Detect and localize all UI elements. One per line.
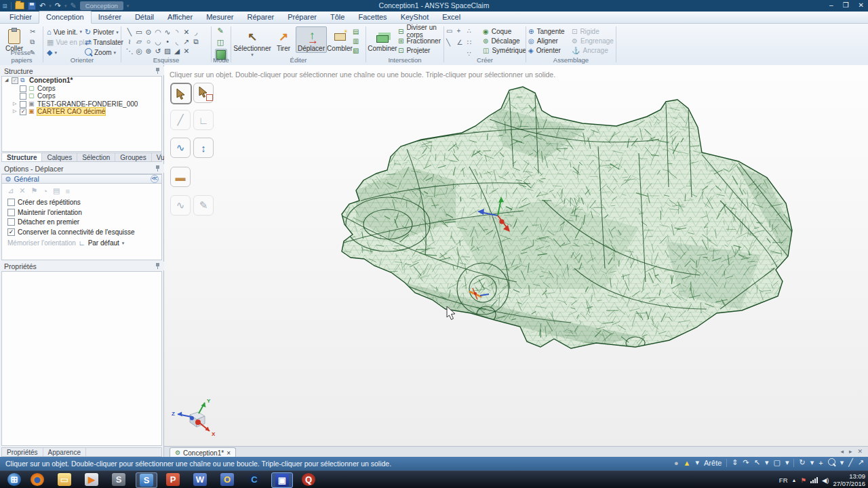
document-tab[interactable]: ⚙ Conception1* × <box>170 447 236 458</box>
panel-tab-sélection[interactable]: Sélection <box>77 153 115 161</box>
project-button[interactable]: ⊡Projeter <box>398 45 443 55</box>
home-view-button[interactable]: ⌂Vue init.▾ <box>47 28 82 36</box>
option-checkbox-row[interactable]: Créer des répétitions <box>7 199 81 206</box>
default-orientation-button[interactable]: Par défaut <box>88 239 119 247</box>
point-pattern-icon[interactable]: ∴ <box>467 27 471 35</box>
action-center-flag-icon[interactable]: ⚑ <box>800 476 806 484</box>
split-body-button[interactable]: ⊟Diviser un corps <box>398 26 443 36</box>
align-button[interactable]: ◎Aligner <box>528 36 565 45</box>
pan-icon[interactable]: + <box>818 459 823 467</box>
visibility-checkbox[interactable] <box>20 93 26 100</box>
construction-line-icon[interactable]: ⋱ <box>125 46 134 56</box>
point-move-tool[interactable]: ↕ <box>193 138 214 158</box>
sketch-spline-icon[interactable]: ∿ <box>163 27 172 37</box>
tree-item[interactable]: ▷▣TEST-GRANDE-FONDERIE_000 <box>2 100 161 108</box>
measure-line-icon[interactable]: ╱ <box>848 458 853 467</box>
powerpoint-icon[interactable]: P <box>163 472 183 487</box>
move-button[interactable]: ↑→Déplacer <box>296 26 327 53</box>
orbit-icon[interactable]: ↻ <box>799 458 805 467</box>
chevron-down-icon[interactable]: ▾ <box>122 241 125 246</box>
spaceclaim-grey-icon[interactable]: S <box>108 472 129 487</box>
pin-icon[interactable] <box>155 68 160 74</box>
tab-détail[interactable]: Détail <box>128 12 161 23</box>
sketch-trim-icon[interactable]: ✕ <box>182 27 191 37</box>
sketch-circle-icon[interactable]: ⊙ <box>144 27 153 37</box>
chevron-down-icon[interactable]: ▾ <box>79 29 82 35</box>
sketch-polyline-icon[interactable]: ≀ <box>125 37 134 46</box>
mirror-button[interactable]: ◫Symétrique <box>483 45 526 55</box>
copy-icon[interactable]: ⧉ <box>30 38 35 46</box>
zoom-icon[interactable] <box>828 458 835 467</box>
selection-box-icon[interactable]: ▢ <box>774 458 781 467</box>
outlook-icon[interactable]: O <box>217 472 237 487</box>
visibility-checkbox[interactable]: ✓ <box>12 77 18 84</box>
split-face-button[interactable]: ⊞Fractionner <box>398 36 443 45</box>
section-mode-icon[interactable]: ◫ <box>215 37 226 47</box>
chevron-down-icon[interactable]: ▾ <box>54 50 57 56</box>
network-icon[interactable] <box>810 476 818 483</box>
tab-réparer[interactable]: Réparer <box>240 12 281 23</box>
redo-cursor-icon[interactable]: ↷ <box>743 458 749 467</box>
tab-keyshot[interactable]: KeyShot <box>394 12 436 23</box>
viewport-3d[interactable]: Cliquer sur un objet. Double-cliquer pou… <box>164 65 868 446</box>
language-indicator[interactable]: FR <box>779 476 788 484</box>
tab-mesurer[interactable]: Mesurer <box>199 12 240 23</box>
spaceclaim-blue-icon[interactable]: S <box>136 472 157 488</box>
sketch-circle2-icon[interactable]: ○ <box>144 37 153 46</box>
next-tab-icon[interactable]: ▸ <box>849 448 852 455</box>
clock[interactable]: 13:0927/07/2016 <box>833 472 865 487</box>
pin-icon[interactable] <box>155 263 160 269</box>
construction-line-icon[interactable]: ╲ <box>446 39 452 46</box>
panel-tab-apparence[interactable]: Apparence <box>43 448 86 456</box>
sketch-fillet-icon[interactable]: ◟ <box>172 37 182 46</box>
sketch-rectangle-icon[interactable]: ▭ <box>134 27 144 37</box>
select-button[interactable]: ↖Sélectionner▾ <box>233 26 271 58</box>
checkbox[interactable] <box>7 218 15 226</box>
options-general-bar[interactable]: ⚙ Général ≪ <box>1 174 162 184</box>
explorer-icon[interactable]: ▭ <box>54 472 75 487</box>
select-component-tool[interactable] <box>193 83 214 103</box>
sketch-tangent-arc-icon[interactable]: ◝ <box>172 27 182 37</box>
option-checkbox-row[interactable]: Maintenir l'orientation <box>7 209 82 216</box>
shell-button[interactable]: ◉Coque <box>483 26 526 36</box>
tab-fichier[interactable]: Fichier <box>3 12 39 23</box>
panel-tab-groupes[interactable]: Groupes <box>115 153 151 161</box>
sketch-offset-icon[interactable]: ⧉ <box>191 37 201 46</box>
adjust-small-icon[interactable]: ▧ <box>353 47 359 54</box>
sketch-undo-icon[interactable]: ↺ <box>153 46 163 56</box>
chrome-c-icon[interactable]: C <box>244 472 264 487</box>
sketch-polygon-icon[interactable]: ▱ <box>134 37 144 46</box>
tab-tôle[interactable]: Tôle <box>323 12 351 23</box>
replace-small-icon[interactable]: ▥ <box>353 37 359 45</box>
status-dot-icon[interactable]: ● <box>674 459 679 467</box>
tree-item[interactable]: ▢Corps <box>2 85 161 93</box>
orient-button[interactable]: ◈Orienter <box>528 45 565 55</box>
axis-icon[interactable]: + <box>456 27 462 35</box>
word-icon[interactable]: W <box>190 472 210 487</box>
cut-icon[interactable]: ✂ <box>30 28 35 35</box>
tab-préparer[interactable]: Préparer <box>281 12 323 23</box>
triad-icon[interactable]: ∠ <box>456 39 462 46</box>
firefox-icon[interactable] <box>27 472 47 487</box>
tray-expand-icon[interactable]: ▲ <box>792 478 797 483</box>
search-icon[interactable]: Q <box>298 472 319 487</box>
sketch-mode-icon[interactable]: ✎ <box>215 26 226 36</box>
expander-icon[interactable]: ▷ <box>13 108 16 114</box>
arrow-ne-icon[interactable]: ↗ <box>858 458 864 467</box>
tree-item[interactable]: ▢Corps <box>2 92 161 100</box>
select-cursor-icon[interactable]: ↖ <box>754 458 760 467</box>
checkbox[interactable] <box>7 199 15 206</box>
checkbox[interactable] <box>7 209 15 216</box>
pin-icon[interactable] <box>155 165 160 171</box>
visibility-checkbox[interactable]: ✓ <box>20 108 26 115</box>
restore-button[interactable]: ❐ <box>843 1 849 9</box>
plane-icon[interactable]: ▭ <box>446 27 452 35</box>
sketch-fill-icon[interactable]: ▨ <box>163 46 172 56</box>
close-tab-icon[interactable]: × <box>226 449 231 457</box>
point-grid-icon[interactable]: ∷ <box>467 39 471 46</box>
checkbox[interactable]: ✓ <box>7 228 15 236</box>
spin-icon[interactable]: ⇕ <box>732 458 738 467</box>
option-checkbox-row[interactable]: ✓Conserver la connectivité de l'esquisse <box>7 228 135 236</box>
tree-item[interactable]: ▷✓▣CARTER CAO décimé <box>2 108 161 116</box>
tab-excel[interactable]: Excel <box>435 12 467 23</box>
